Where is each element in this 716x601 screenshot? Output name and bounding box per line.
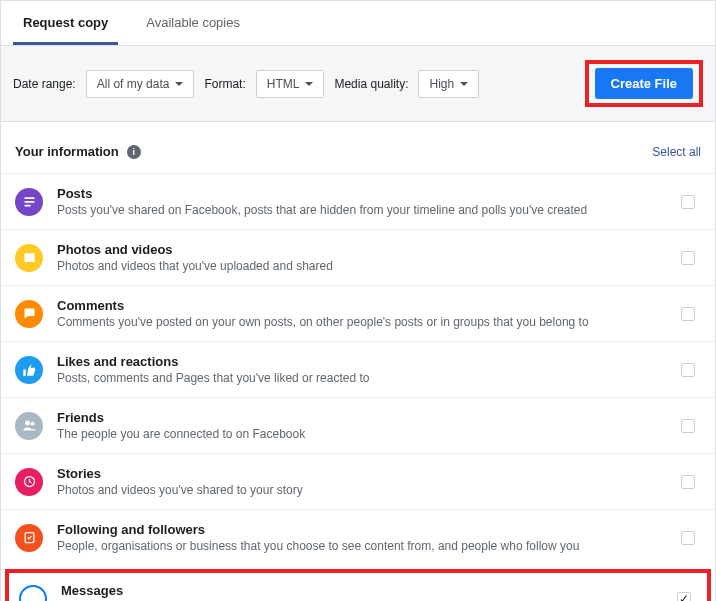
item-text: Photos and videosPhotos and videos that …: [57, 242, 667, 273]
item-desc: Photos and videos you've shared to your …: [57, 483, 667, 497]
caret-down-icon: [305, 82, 313, 86]
following-icon: [15, 524, 43, 552]
item-title: Posts: [57, 186, 667, 201]
item-checkbox[interactable]: [681, 307, 695, 321]
item-checkbox[interactable]: [681, 419, 695, 433]
friends-icon: [15, 412, 43, 440]
date-range-value: All of my data: [97, 77, 170, 91]
info-icon[interactable]: i: [127, 145, 141, 159]
list-item[interactable]: Likes and reactionsPosts, comments and P…: [1, 341, 715, 397]
select-all-link[interactable]: Select all: [652, 145, 701, 159]
item-checkbox[interactable]: [681, 195, 695, 209]
item-text: CommentsComments you've posted on your o…: [57, 298, 667, 329]
caret-down-icon: [175, 82, 183, 86]
item-checkbox[interactable]: [681, 363, 695, 377]
svg-point-4: [30, 422, 34, 426]
item-checkbox[interactable]: [677, 592, 691, 602]
item-text: MessagesMessages you've exchanged with o…: [61, 583, 663, 601]
item-text: PostsPosts you've shared on Facebook, po…: [57, 186, 667, 217]
item-title: Friends: [57, 410, 667, 425]
item-text: FriendsThe people you are connected to o…: [57, 410, 667, 441]
comments-icon: [15, 300, 43, 328]
information-list: PostsPosts you've shared on Facebook, po…: [1, 173, 715, 601]
media-quality-select[interactable]: High: [418, 70, 479, 98]
list-item[interactable]: CommentsComments you've posted on your o…: [1, 285, 715, 341]
svg-rect-0: [24, 197, 34, 199]
create-file-highlight: Create File: [585, 60, 703, 107]
format-label: Format:: [204, 77, 245, 91]
date-range-label: Date range:: [13, 77, 76, 91]
caret-down-icon: [460, 82, 468, 86]
svg-rect-2: [24, 205, 30, 207]
section-header: Your information i Select all: [1, 122, 715, 173]
item-desc: People, organisations or business that y…: [57, 539, 667, 553]
item-checkbox[interactable]: [681, 531, 695, 545]
tabs: Request copy Available copies: [1, 1, 715, 46]
media-quality-value: High: [429, 77, 454, 91]
item-title: Photos and videos: [57, 242, 667, 257]
controls-bar: Date range: All of my data Format: HTML …: [1, 46, 715, 122]
list-item[interactable]: StoriesPhotos and videos you've shared t…: [1, 453, 715, 509]
section-title: Your information: [15, 144, 119, 159]
likes-icon: [15, 356, 43, 384]
date-range-select[interactable]: All of my data: [86, 70, 195, 98]
item-desc: Comments you've posted on your own posts…: [57, 315, 667, 329]
download-info-panel: Request copy Available copies Date range…: [0, 0, 716, 601]
format-select[interactable]: HTML: [256, 70, 325, 98]
posts-icon: [15, 188, 43, 216]
item-desc: Posts, comments and Pages that you've li…: [57, 371, 667, 385]
item-text: StoriesPhotos and videos you've shared t…: [57, 466, 667, 497]
item-title: Stories: [57, 466, 667, 481]
item-checkbox[interactable]: [681, 475, 695, 489]
item-desc: The people you are connected to on Faceb…: [57, 427, 667, 441]
list-item[interactable]: Following and followersPeople, organisat…: [1, 509, 715, 565]
svg-point-3: [25, 421, 30, 426]
item-title: Likes and reactions: [57, 354, 667, 369]
list-item[interactable]: PostsPosts you've shared on Facebook, po…: [1, 173, 715, 229]
media-quality-label: Media quality:: [334, 77, 408, 91]
item-title: Comments: [57, 298, 667, 313]
item-text: Following and followersPeople, organisat…: [57, 522, 667, 553]
item-title: Following and followers: [57, 522, 667, 537]
item-checkbox[interactable]: [681, 251, 695, 265]
item-title: Messages: [61, 583, 663, 598]
list-item[interactable]: FriendsThe people you are connected to o…: [1, 397, 715, 453]
tab-available-copies[interactable]: Available copies: [136, 1, 250, 45]
format-value: HTML: [267, 77, 300, 91]
item-desc: Posts you've shared on Facebook, posts t…: [57, 203, 667, 217]
list-item[interactable]: Photos and videosPhotos and videos that …: [1, 229, 715, 285]
item-text: Likes and reactionsPosts, comments and P…: [57, 354, 667, 385]
tab-request-copy[interactable]: Request copy: [13, 1, 118, 45]
stories-icon: [15, 468, 43, 496]
svg-rect-1: [24, 201, 34, 203]
messages-icon: [19, 585, 47, 602]
item-desc: Photos and videos that you've uploaded a…: [57, 259, 667, 273]
create-file-button[interactable]: Create File: [595, 68, 693, 99]
list-item[interactable]: MessagesMessages you've exchanged with o…: [5, 569, 711, 601]
photos-icon: [15, 244, 43, 272]
